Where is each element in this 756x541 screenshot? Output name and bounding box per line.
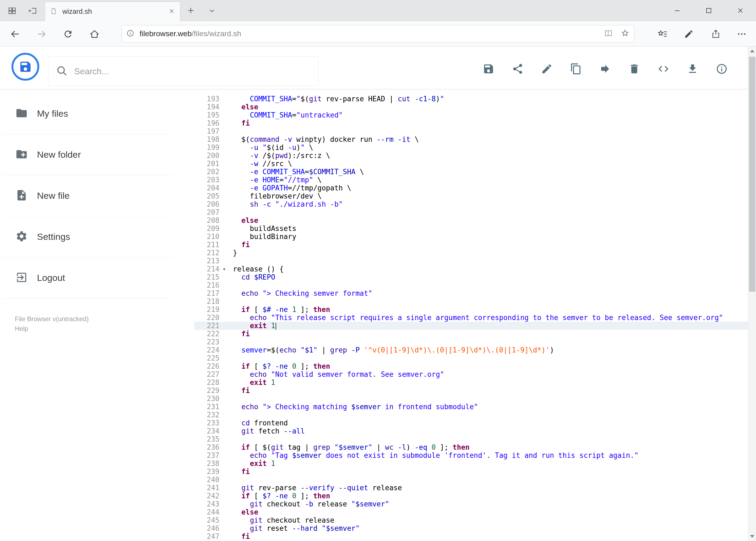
code-text[interactable]	[229, 354, 748, 362]
code-text[interactable]: semver=$(echo "$1" | grep -P '^v(0|[1-9]…	[229, 346, 748, 354]
code-text[interactable]: else	[229, 103, 748, 111]
code-text[interactable]	[229, 395, 748, 403]
filebrowser-logo[interactable]	[11, 52, 40, 81]
code-line-219[interactable]: 219 if [ $# -ne 1 ]; then	[194, 305, 748, 313]
code-text[interactable]	[229, 435, 748, 443]
new-tab-button[interactable]	[185, 4, 197, 17]
copy-button[interactable]	[570, 64, 582, 75]
code-text[interactable]: git rev-parse --verify --quiet release	[229, 484, 748, 492]
code-line-237[interactable]: 237 echo "Tag $semver does not exist in …	[194, 451, 748, 459]
code-line-244[interactable]: 244 else	[194, 508, 748, 516]
code-text[interactable]: fi	[229, 330, 748, 338]
code-text[interactable]: sh -c "./wizard.sh -b"	[229, 200, 748, 208]
code-line-213[interactable]: 213	[194, 257, 748, 265]
code-text[interactable]: -e HOME="//tmp" \	[229, 176, 748, 184]
code-line-208[interactable]: 208 else	[194, 216, 748, 225]
code-line-193[interactable]: 193 COMMIT_SHA="$(git rev-parse HEAD | c…	[194, 95, 748, 103]
search-box[interactable]	[49, 56, 319, 86]
code-text[interactable]: filebrowser/dev \	[229, 192, 748, 200]
refresh-button[interactable]	[61, 27, 75, 41]
code-line-242[interactable]: 242 if [ $? -ne 0 ]; then	[194, 492, 748, 500]
code-line-207[interactable]: 207	[194, 208, 748, 216]
sidebar-item-logout[interactable]: Logout	[2, 258, 173, 298]
code-text[interactable]	[229, 338, 748, 346]
code-line-211[interactable]: 211 fi	[194, 241, 748, 249]
delete-button[interactable]	[629, 64, 640, 75]
minimize-button[interactable]	[661, 0, 693, 21]
code-text[interactable]	[229, 208, 748, 216]
code-line-216[interactable]: 216	[194, 281, 748, 289]
code-text[interactable]: exit 1	[229, 378, 748, 386]
code-line-239[interactable]: 239 fi	[194, 467, 748, 476]
code-text[interactable]: cd $REPO	[229, 273, 748, 281]
code-text[interactable]: release () {	[229, 265, 748, 273]
code-text[interactable]: else	[229, 508, 748, 516]
page-scrollbar[interactable]	[748, 46, 756, 541]
code-text[interactable]: }	[229, 249, 748, 257]
code-text[interactable]	[229, 281, 748, 289]
code-text[interactable]	[229, 257, 748, 265]
sidebar-item-new-folder[interactable]: New folder	[2, 134, 173, 175]
code-text[interactable]: buildBinary	[229, 233, 748, 241]
code-text[interactable]: echo "> Checking semver format"	[229, 289, 748, 297]
code-text[interactable]: fi	[229, 241, 748, 249]
code-line-209[interactable]: 209 buildAssets	[194, 225, 748, 233]
code-text[interactable]: -u "$(id -u)" \	[229, 144, 748, 152]
edit-button[interactable]	[541, 64, 553, 75]
code-text[interactable]: -w //src \	[229, 160, 748, 168]
code-text[interactable]: if [ $# -ne 1 ]; then	[229, 305, 748, 313]
code-line-234[interactable]: 234 git fetch --all	[194, 427, 748, 435]
code-line-199[interactable]: 199 -u "$(id -u)" \	[194, 144, 748, 152]
code-line-223[interactable]: 223	[194, 338, 748, 346]
code-line-222[interactable]: 222 fi	[194, 330, 748, 338]
code-text[interactable]: echo "Tag $semver does not exist in subm…	[229, 451, 748, 459]
code-line-233[interactable]: 233 cd frontend	[194, 419, 748, 427]
code-text[interactable]: git checkout -b release "$semver"	[229, 500, 748, 508]
code-text[interactable]: git fetch --all	[229, 427, 748, 435]
favorites-hub-icon[interactable]	[655, 27, 669, 41]
code-line-245[interactable]: 245 git checkout release	[194, 516, 748, 524]
code-text[interactable]: fi	[229, 467, 748, 476]
code-text[interactable]: echo "This release script requires a sin…	[229, 313, 748, 322]
code-text[interactable]: COMMIT_SHA="untracked"	[229, 111, 748, 119]
code-text[interactable]: fi	[229, 532, 748, 540]
scrollbar-up-arrow[interactable]	[748, 46, 756, 56]
code-line-214[interactable]: 214▾release () {	[194, 265, 748, 273]
code-line-205[interactable]: 205 filebrowser/dev \	[194, 192, 748, 200]
code-line-236[interactable]: 236 if [ $(git tag | grep "$semver" | wc…	[194, 443, 748, 451]
code-line-195[interactable]: 195 COMMIT_SHA="untracked"	[194, 111, 748, 119]
code-text[interactable]: git reset --hard "$semver"	[229, 524, 748, 532]
tab-close-icon[interactable]	[168, 8, 175, 16]
code-line-229[interactable]: 229 fi	[194, 386, 748, 395]
code-line-235[interactable]: 235	[194, 435, 748, 443]
code-line-218[interactable]: 218	[194, 297, 748, 305]
forward-button[interactable]	[35, 27, 49, 41]
code-text[interactable]: -e GOPATH=//tmp/gopath \	[229, 184, 748, 192]
share-button[interactable]	[512, 64, 524, 75]
scrollbar-down-arrow[interactable]	[748, 532, 756, 541]
code-text[interactable]: exit 1	[229, 459, 748, 467]
code-line-231[interactable]: 231 echo "> Checking matching $semver in…	[194, 403, 748, 411]
code-editor[interactable]: 193 COMMIT_SHA="$(git rev-parse HEAD | c…	[194, 89, 748, 541]
code-text[interactable]	[229, 127, 748, 135]
move-button[interactable]	[599, 64, 611, 75]
code-text[interactable]: cd frontend	[229, 419, 748, 427]
save-button[interactable]	[483, 64, 494, 75]
code-line-221[interactable]: 221 exit 1	[194, 322, 748, 330]
code-line-227[interactable]: 227 echo "Not valid semver format. See s…	[194, 370, 748, 378]
code-line-247[interactable]: 247 fi	[194, 532, 748, 540]
info-button[interactable]	[716, 64, 728, 75]
code-line-202[interactable]: 202 -e COMMIT_SHA=$COMMIT_SHA \	[194, 168, 748, 176]
code-line-215[interactable]: 215 cd $REPO	[194, 273, 748, 281]
code-line-225[interactable]: 225	[194, 354, 748, 362]
code-text[interactable]: if [ $? -ne 0 ]; then	[229, 492, 748, 500]
fold-marker-icon[interactable]: ▾	[219, 265, 229, 273]
code-text[interactable]: COMMIT_SHA="$(git rev-parse HEAD | cut -…	[229, 95, 748, 103]
code-line-217[interactable]: 217 echo "> Checking semver format"	[194, 289, 748, 297]
code-text[interactable]: if [ $(git tag | grep "$semver" | wc -l)…	[229, 443, 748, 451]
code-line-198[interactable]: 198 $(command -v winpty) docker run --rm…	[194, 135, 748, 144]
sidebar-item-my-files[interactable]: My files	[2, 93, 173, 134]
home-button[interactable]	[88, 27, 102, 41]
code-text[interactable]: -v /$(pwd):/src:z \	[229, 152, 748, 160]
search-input[interactable]	[74, 66, 311, 76]
